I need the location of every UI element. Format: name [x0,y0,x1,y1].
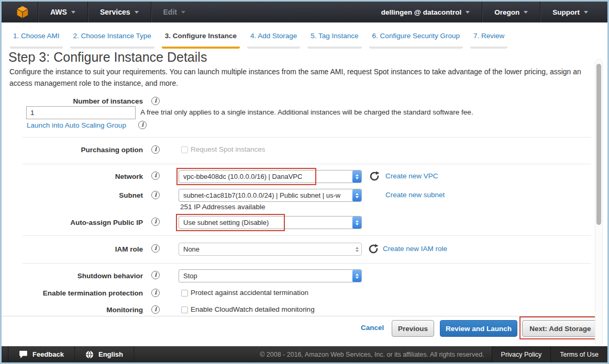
refresh-iam-role-icon[interactable] [368,244,379,254]
privacy-policy-link[interactable]: Privacy Policy [492,346,551,362]
section-divider [23,263,591,264]
nav-aws-menu[interactable]: AWS [38,2,87,22]
info-icon[interactable] [138,121,147,129]
info-icon[interactable] [151,271,160,279]
select-spinner-icon [352,217,361,229]
request-spot-instances-label: Request Spot instances [191,145,265,153]
select-spinner-icon [352,270,361,282]
number-of-instances-input[interactable] [26,106,136,119]
create-new-vpc-link[interactable]: Create new VPC [385,172,438,180]
nav-support-menu[interactable]: Support [540,2,600,22]
info-icon[interactable] [151,218,160,226]
nav-region-menu[interactable]: Oregon [482,2,540,22]
chevron-down-icon [524,11,528,14]
aws-console-window: AWS Services Edit dellingen @ datacontro… [2,2,607,362]
nav-account-menu[interactable]: dellingen @ datacontrol [369,2,482,22]
termination-protection-checkbox-label: Protect against accidental termination [191,289,308,297]
top-nav-right: dellingen @ datacontrol Oregon Support [369,2,607,22]
section-divider [23,164,591,164]
info-icon[interactable] [151,191,160,199]
feedback-label: Feedback [32,350,64,358]
info-icon[interactable] [151,244,160,253]
scrollbar-thumb[interactable] [596,64,601,225]
subnet-label: Subnet [2,191,143,199]
shutdown-behavior-select[interactable]: Stop [179,269,362,282]
step-tab-add-storage[interactable]: 4. Add Storage [247,32,300,49]
step-tab-choose-ami[interactable]: 1. Choose AMI [10,32,63,49]
chevron-down-icon [584,11,588,14]
create-new-iam-role-link[interactable]: Create new IAM role [383,245,447,253]
refresh-vpc-icon[interactable] [369,171,380,181]
number-of-instances-hint: A free trial only applies to a single in… [140,108,473,116]
step-tab-review[interactable]: 7. Review [470,32,507,49]
page-description: Configure the instance to suit your requ… [9,66,592,89]
termination-protection-checkbox[interactable] [181,290,188,297]
feedback-button[interactable]: Feedback [8,346,75,362]
globe-icon [85,350,94,359]
nav-edit-label: Edit [163,8,177,16]
request-spot-instances-checkbox[interactable] [181,146,188,153]
info-icon[interactable] [151,305,160,314]
info-icon[interactable] [151,145,160,154]
nav-services-menu[interactable]: Services [88,2,151,22]
language-button[interactable]: English [75,346,134,362]
monitoring-checkbox[interactable] [181,306,188,313]
section-divider [23,137,591,138]
top-navigation: AWS Services Edit dellingen @ datacontro… [2,2,607,22]
launch-into-auto-scaling-group-link[interactable]: Launch into Auto Scaling Group [27,121,126,129]
network-select[interactable]: vpc-bbe408dc (10.0.0.0/16) | DanaVPC [179,170,362,183]
chevron-down-icon [135,11,139,14]
action-bar-divider [2,316,595,316]
nav-services-label: Services [100,8,130,16]
page-title: Step 3: Configure Instance Details [8,50,207,65]
info-icon[interactable] [151,97,160,105]
purchasing-option-label: Purchasing option [2,146,143,154]
previous-button[interactable]: Previous [392,320,434,337]
aws-logo-icon[interactable] [2,2,38,22]
select-spinner-icon [352,170,361,183]
terms-of-use-link[interactable]: Terms of Use [550,346,607,362]
next-add-storage-button[interactable]: Next: Add Storage [522,320,599,337]
language-label: English [98,350,123,358]
select-spinner-icon [352,189,361,201]
info-icon[interactable] [151,289,160,297]
nav-edit-menu[interactable]: Edit [151,2,197,22]
step-tab-configure-instance[interactable]: 3. Configure Instance [162,32,240,49]
step-tab-choose-instance-type[interactable]: 2. Choose Instance Type [70,32,154,49]
shutdown-behavior-label: Shutdown behavior [2,272,143,280]
subnet-select-value: subnet-c1ac81b7(10.0.0.0/24) | Public su… [179,189,352,201]
nav-aws-label: AWS [50,8,67,16]
network-select-value: vpc-bbe408dc (10.0.0.0/16) | DanaVPC [179,170,352,183]
step-tab-configure-security-group[interactable]: 6. Configure Security Group [369,32,463,49]
iam-role-value: None [179,243,352,255]
auto-assign-public-ip-select[interactable]: Use subnet setting (Disable) [179,216,362,229]
create-new-subnet-link[interactable]: Create new subnet [385,191,445,199]
termination-protection-label: Enable termination protection [2,289,143,297]
step-tab-tag-instance[interactable]: 5. Tag Instance [307,32,361,49]
shutdown-behavior-value: Stop [179,270,352,282]
network-label: Network [2,173,143,180]
subnet-select[interactable]: subnet-c1ac81b7(10.0.0.0/24) | Public su… [179,189,362,202]
select-spinner-icon [352,243,361,255]
subnet-ip-availability-hint: 251 IP Addresses available [180,203,265,211]
cancel-button[interactable]: Cancel [361,324,384,332]
nav-account-label: dellingen @ datacontrol [381,8,461,16]
monitoring-label: Monitoring [2,306,143,314]
footer-bar: Feedback English © 2008 - 2016, Amazon W… [2,346,607,362]
wizard-step-tabs: 1. Choose AMI 2. Choose Instance Type 3.… [2,22,607,49]
top-nav-left: AWS Services Edit [2,2,197,22]
monitoring-checkbox-label: Enable CloudWatch detailed monitoring [191,305,315,313]
chevron-down-icon [466,11,470,14]
chevron-down-icon [181,11,185,14]
auto-assign-public-ip-value: Use subnet setting (Disable) [179,217,352,229]
auto-assign-public-ip-label: Auto-assign Public IP [2,219,143,226]
info-icon[interactable] [151,172,160,180]
review-and-launch-button[interactable]: Review and Launch [440,320,517,337]
number-of-instances-label: Number of instances [2,97,143,105]
iam-role-label: IAM role [2,245,143,253]
speech-bubble-icon [19,350,28,358]
nav-region-label: Oregon [494,8,519,16]
section-divider [23,235,591,236]
iam-role-select[interactable]: None [179,243,362,256]
chevron-down-icon [71,11,75,14]
